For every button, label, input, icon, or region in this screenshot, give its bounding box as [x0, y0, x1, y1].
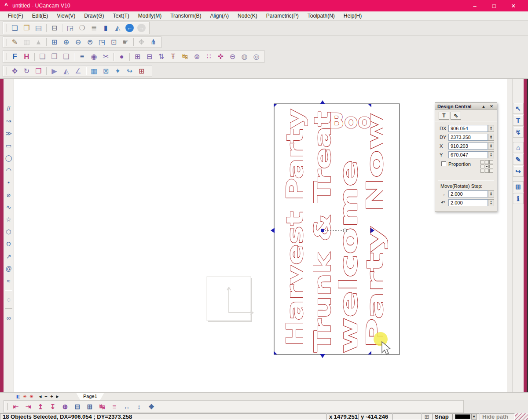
x-field[interactable]: 910.203 [448, 142, 488, 150]
sheet-paste-icon[interactable]: ❐ [48, 51, 60, 62]
light-icon-2[interactable]: ✳ [28, 394, 35, 399]
save-icon[interactable]: ▤ [33, 22, 44, 34]
spinner[interactable]: ▲▼ [488, 190, 494, 197]
f-import-icon[interactable]: F [9, 51, 21, 62]
print-icon[interactable]: ⊟ [48, 22, 60, 34]
shear-icon[interactable]: ∠ [72, 66, 84, 77]
design-central-titlebar[interactable]: Design Central ▲ ✕ [435, 103, 497, 110]
drawing-canvas[interactable]: Harvest Party Trunk & Treat welcome Part… [14, 79, 507, 392]
paintbrush-icon[interactable]: ✎ [9, 37, 21, 48]
new-file-icon[interactable]: ❏ [9, 22, 21, 34]
weld-icon[interactable]: ◉ [88, 51, 100, 62]
zoom-out-icon[interactable]: ⊖ [72, 37, 84, 48]
same-height-icon[interactable]: ↕ [133, 402, 145, 412]
rotate-step-field[interactable]: 2.000 [448, 199, 488, 206]
close-button[interactable]: ✕ [510, 3, 517, 9]
preview-icon[interactable]: ❍ [76, 22, 88, 34]
flip-icon[interactable]: ◭ [60, 66, 72, 77]
page-remove-icon[interactable]: − [43, 394, 49, 399]
shade-3d-icon[interactable]: ∞ [4, 312, 14, 324]
zoom-page-icon[interactable]: ⊡ [108, 37, 120, 48]
dy-field[interactable]: 2373.258 [448, 134, 488, 141]
palette2-icon[interactable]: ◎ [250, 51, 262, 62]
spinner[interactable]: ▲▼ [488, 199, 494, 206]
spinner[interactable]: ▲▼ [488, 125, 494, 132]
dx-field[interactable]: 906.054 [448, 125, 488, 132]
spinner[interactable]: ▲▼ [488, 142, 494, 150]
menu-item[interactable]: Parametric(P) [262, 12, 303, 20]
info-icon[interactable]: ℹ [513, 193, 524, 204]
anchor-point-selector[interactable] [480, 160, 493, 173]
polyline-tool-icon[interactable]: ↝ [4, 115, 14, 127]
space-vertical-icon[interactable]: ≡ [108, 402, 121, 412]
page-prev-icon[interactable]: ◂ [37, 394, 43, 399]
fill-lines-icon[interactable]: ≡ [76, 51, 88, 62]
align-bottom-icon[interactable]: ↧ [47, 402, 59, 412]
zoom-dynamic-icon[interactable]: ⊜ [84, 37, 96, 48]
menu-item[interactable]: Edit(E) [28, 12, 53, 20]
tab-select[interactable]: ⇖ [451, 112, 461, 120]
note-icon[interactable]: ≣ [88, 22, 100, 34]
panel-collapse-button[interactable]: ▲ [480, 104, 487, 109]
zoom-window-icon[interactable]: ⊞ [48, 37, 60, 48]
rectangle-tool-icon[interactable]: ▭ [4, 139, 14, 152]
arc-tool-icon[interactable]: ◠ [4, 164, 14, 176]
menu-item[interactable]: Text(T) [108, 12, 133, 20]
import-shape-tool-icon[interactable]: ↗ [4, 250, 14, 263]
show-board-icon[interactable]: ◲ [64, 22, 76, 34]
drop-align-icon[interactable]: Ŧ [167, 51, 179, 62]
menu-item[interactable]: View(V) [52, 12, 80, 20]
distort-icon[interactable]: ✦ [112, 66, 124, 77]
hide-path-button[interactable]: Hide path [480, 413, 515, 420]
bezier-tool-icon[interactable]: ≫ [4, 127, 14, 139]
array-box-icon[interactable]: ⊞ [136, 66, 147, 77]
closed-shape-tool-icon[interactable]: Ω [4, 238, 14, 250]
menu-item[interactable]: Help(H) [339, 12, 366, 20]
page-tab[interactable]: Page1 [76, 393, 104, 400]
page-next-icon[interactable]: ▸ [55, 394, 60, 399]
star-tool-icon[interactable]: ☆ [4, 213, 14, 226]
size-box-v-icon[interactable]: ⊟ [143, 51, 155, 62]
selection-handle-top-right[interactable] [368, 104, 371, 107]
menu-item[interactable]: Transform(B) [166, 12, 205, 20]
word-outline-3[interactable]: welcome [334, 160, 363, 354]
color-selector[interactable]: ▼ [452, 413, 480, 420]
y-field[interactable]: 670.047 [448, 151, 488, 158]
layers-icon[interactable]: ◧ [15, 394, 22, 399]
trim-icon[interactable]: ✂ [100, 51, 112, 62]
row-array-icon[interactable]: ∷ [203, 51, 215, 62]
menu-item[interactable]: Align(A) [205, 12, 233, 20]
panel-close-button[interactable]: ✕ [488, 104, 495, 109]
align-right-icon[interactable]: ⇥ [22, 402, 34, 412]
sphere-icon[interactable]: ● [116, 51, 128, 62]
undo-icon[interactable]: ← [124, 22, 136, 34]
selection-handle-top[interactable] [320, 100, 325, 104]
grid-toggle-icon[interactable]: ⊞ [422, 413, 432, 420]
tab-transform[interactable]: T [439, 112, 449, 120]
wave-tool-icon[interactable]: ≈ [4, 275, 14, 287]
expand-icon[interactable]: ✜ [215, 51, 227, 62]
polygon-tool-icon[interactable]: ⬡ [4, 226, 14, 238]
light-icon-1[interactable]: ✳ [22, 394, 28, 399]
zoom-object-icon[interactable]: ◳ [96, 37, 108, 48]
menu-item[interactable]: Node(K) [233, 12, 262, 20]
h-import-icon[interactable]: H [21, 51, 33, 62]
page-add-icon[interactable]: + [49, 394, 55, 399]
mirror-icon[interactable]: ▶ [48, 66, 60, 77]
sheet-dup-icon[interactable]: ❑ [60, 51, 72, 62]
envelope-icon[interactable]: ⊠ [100, 66, 112, 77]
marquee-select-icon[interactable]: ◌ [4, 293, 14, 306]
spinner[interactable]: ▲▼ [488, 151, 494, 158]
select-arrow-icon[interactable]: ↖ [513, 103, 524, 114]
duplicate-icon[interactable]: ❐ [33, 66, 44, 77]
word-outline-1[interactable]: Harvest Party [282, 109, 308, 346]
size-box-h-icon[interactable]: ⊞ [132, 51, 143, 62]
point-tool-icon[interactable]: • [4, 176, 14, 189]
snap-toggle[interactable]: Snap [432, 413, 452, 420]
line-tool-icon[interactable]: // [4, 102, 14, 115]
selection-handle-bottom-right[interactable] [368, 351, 371, 354]
selection-handle-bottom-left[interactable] [274, 351, 277, 354]
maximize-button[interactable]: □ [490, 3, 498, 9]
selection-center-handle[interactable] [321, 229, 324, 232]
perspective-icon[interactable]: ▦ [88, 66, 100, 77]
